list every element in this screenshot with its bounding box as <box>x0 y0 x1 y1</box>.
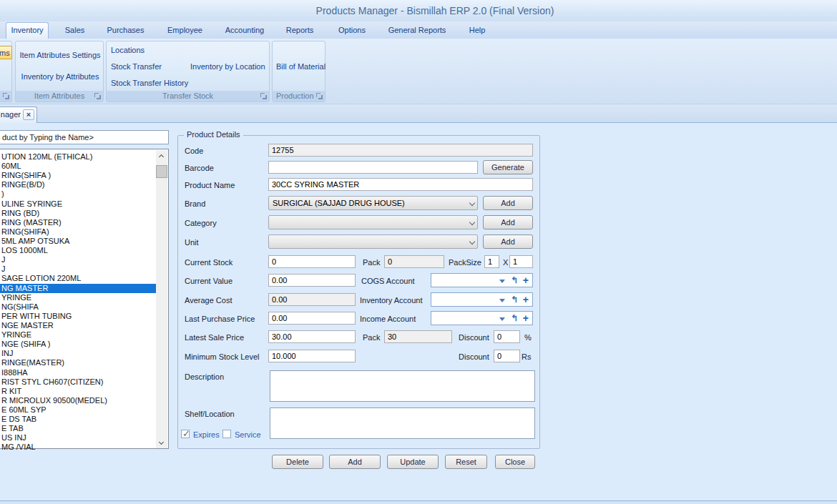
item-attributes-settings-button[interactable]: Item Attributes Settings <box>16 51 104 59</box>
tab-inventory[interactable]: Inventory <box>6 22 49 39</box>
list-item[interactable]: RINGE(MASTER) <box>0 358 156 367</box>
latest-sale-price-field[interactable] <box>268 330 356 343</box>
inventory-by-attributes-button[interactable]: Inventory by Attributes <box>16 72 104 81</box>
category-select[interactable] <box>268 215 478 229</box>
barcode-field[interactable] <box>268 161 478 174</box>
generate-button[interactable]: Generate <box>483 160 533 174</box>
dialog-launcher-icon[interactable] <box>260 93 268 100</box>
list-item[interactable]: I888HA <box>0 368 156 377</box>
tab-reports[interactable]: Reports <box>283 23 317 39</box>
list-item[interactable]: RING (BD) <box>0 209 156 218</box>
dropdown-icon[interactable] <box>499 317 505 321</box>
scrollbar[interactable] <box>156 150 167 448</box>
scroll-up-icon[interactable] <box>156 150 167 162</box>
packsize-a-field[interactable] <box>484 255 499 268</box>
products-manager-tab[interactable]: nager × <box>0 107 37 123</box>
expires-checkbox[interactable]: ✓ <box>181 430 190 438</box>
list-item[interactable]: UTION 120ML (ETHICAL) <box>0 152 156 162</box>
sale-pack-field[interactable] <box>384 330 452 343</box>
add-icon[interactable]: + <box>523 312 529 324</box>
stock-transfer-button[interactable]: Stock Transfer <box>111 62 162 71</box>
undo-icon[interactable]: ↰ <box>511 295 518 305</box>
search-input[interactable]: duct by Typing the Name> <box>0 130 169 144</box>
list-item[interactable]: MG /VIAL <box>0 443 156 452</box>
income-account-select[interactable]: ↰ + <box>431 311 533 325</box>
locations-button[interactable]: Locations <box>111 46 145 54</box>
tab-purchases[interactable]: Purchases <box>102 23 149 39</box>
last-purchase-price-field[interactable] <box>268 312 356 325</box>
brand-select[interactable]: SURGICAL (SAJJAD DRUG HOUSE) <box>268 196 478 210</box>
list-item[interactable]: E DS TAB <box>0 415 156 424</box>
current-stock-field[interactable] <box>268 255 356 268</box>
list-item[interactable]: E 60ML SYP <box>0 405 156 415</box>
add-icon[interactable]: + <box>523 275 529 286</box>
pack-field[interactable] <box>384 255 444 268</box>
add-button[interactable]: Add <box>329 455 381 469</box>
scroll-down-icon[interactable] <box>156 437 167 448</box>
list-item[interactable]: J <box>0 255 156 265</box>
list-item[interactable]: E TAB <box>0 424 156 433</box>
list-item[interactable]: NG(SHIFA <box>0 302 156 312</box>
list-item[interactable]: RING (MASTER) <box>0 218 156 227</box>
list-item[interactable]: NGE MASTER <box>0 321 156 330</box>
list-item[interactable]: RING(SHIFA) <box>0 227 156 237</box>
list-item[interactable]: RING(SHIFA ) <box>0 171 156 180</box>
list-item[interactable]: RINGE(B/D) <box>0 180 156 189</box>
tab-employee[interactable]: Employee <box>162 23 207 39</box>
reset-button[interactable]: Reset <box>445 455 487 469</box>
list-item[interactable]: INJ <box>0 349 156 358</box>
delete-button[interactable]: Delete <box>272 455 323 469</box>
list-item[interactable]: YRINGE <box>0 293 156 302</box>
list-item[interactable]: 5ML AMP OTSUKA <box>0 237 156 246</box>
service-checkbox[interactable] <box>222 430 231 438</box>
update-button[interactable]: Update <box>387 455 439 469</box>
tab-sales[interactable]: Sales <box>59 23 91 39</box>
list-item[interactable]: SAGE LOTION 220ML <box>0 274 156 283</box>
list-item[interactable]: ) <box>0 189 156 199</box>
inventory-account-select[interactable]: ↰ + <box>431 292 533 307</box>
list-item[interactable]: NG MASTER <box>0 284 156 293</box>
list-item[interactable]: 60ML <box>0 162 156 171</box>
add-brand-button[interactable]: Add <box>483 196 533 210</box>
tab-accounting[interactable]: Accounting <box>222 23 268 39</box>
discount-percent-field[interactable] <box>494 330 520 343</box>
stock-transfer-history-button[interactable]: Stock Transfer History <box>111 79 188 87</box>
list-item[interactable]: NGE (SHIFA ) <box>0 340 156 349</box>
packsize-b-field[interactable] <box>509 255 533 268</box>
tab-help[interactable]: Help <box>465 23 489 39</box>
list-item[interactable]: RIST STYL CH607(CITIZEN) <box>0 377 156 387</box>
list-item[interactable]: R KIT <box>0 387 156 396</box>
code-field[interactable] <box>268 144 533 157</box>
inventory-by-location-button[interactable]: Inventory by Location <box>190 62 265 71</box>
shelf-location-field[interactable] <box>270 407 535 439</box>
items-button[interactable]: ms <box>0 46 12 59</box>
product-name-field[interactable] <box>268 178 533 191</box>
list-item[interactable]: R MICROLUX 90500(MEDEL) <box>0 396 156 405</box>
discount-rs-field[interactable] <box>494 350 520 362</box>
unit-select[interactable] <box>268 234 478 249</box>
minimum-stock-level-field[interactable] <box>268 350 356 362</box>
dropdown-icon[interactable] <box>499 299 505 302</box>
undo-icon[interactable]: ↰ <box>511 275 518 285</box>
bill-of-material-button[interactable]: Bill of Material <box>276 62 326 71</box>
add-category-button[interactable]: Add <box>483 215 533 229</box>
current-value-field[interactable] <box>268 274 356 287</box>
dialog-launcher-icon[interactable] <box>94 93 102 100</box>
dialog-launcher-icon[interactable] <box>316 93 323 100</box>
list-item[interactable]: ULINE SYRINGE <box>0 199 156 209</box>
undo-icon[interactable]: ↰ <box>511 313 518 323</box>
close-button[interactable]: Close <box>495 455 535 469</box>
dialog-launcher-icon[interactable] <box>3 93 10 100</box>
average-cost-field[interactable] <box>268 293 356 306</box>
tab-general-reports[interactable]: General Reports <box>385 23 449 39</box>
tab-options[interactable]: Options <box>333 23 371 39</box>
list-item[interactable]: LOS 1000ML <box>0 246 156 255</box>
close-tab-icon[interactable]: × <box>23 109 34 120</box>
list-item[interactable]: J <box>0 265 156 274</box>
scrollbar-thumb[interactable] <box>156 165 167 178</box>
list-item[interactable]: US INJ <box>0 433 156 443</box>
description-field[interactable] <box>270 370 535 402</box>
dropdown-icon[interactable] <box>499 280 505 283</box>
list-item[interactable]: YRINGE <box>0 330 156 340</box>
cogs-account-select[interactable]: ↰ + <box>431 273 533 287</box>
